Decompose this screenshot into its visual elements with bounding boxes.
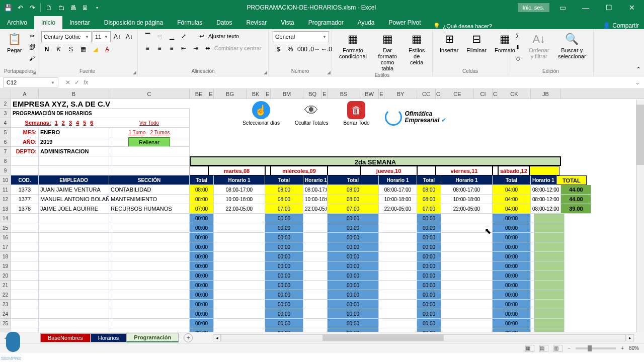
cell[interactable]	[39, 328, 109, 332]
open-icon[interactable]: 🗀	[57, 4, 65, 12]
cell[interactable]	[441, 214, 493, 223]
cell[interactable]: 00:00	[417, 233, 441, 242]
align-top-icon[interactable]: ▔	[142, 31, 153, 41]
row-header[interactable]: 3	[0, 109, 11, 118]
col-header[interactable]: BW	[360, 89, 379, 99]
cell[interactable]	[109, 328, 190, 332]
cell[interactable]	[379, 242, 417, 252]
cell[interactable]	[493, 166, 498, 175]
shrink-font-icon[interactable]: A↓	[124, 32, 135, 42]
zoom-level[interactable]: 80%	[629, 345, 639, 351]
cell[interactable]: 00:00	[417, 328, 441, 332]
close-icon[interactable]: ✕	[622, 0, 642, 15]
row-header[interactable]: 9	[0, 166, 11, 175]
cell[interactable]	[441, 328, 493, 332]
cell[interactable]	[303, 252, 328, 261]
cell[interactable]: 08:00	[265, 185, 303, 195]
cell[interactable]	[531, 309, 534, 319]
qat-more-icon[interactable]: ▾	[93, 4, 101, 12]
cell[interactable]	[531, 242, 534, 252]
row-header[interactable]: 20	[0, 271, 11, 281]
cell[interactable]: viernes,11	[436, 166, 493, 175]
orientation-icon[interactable]: ⤢	[178, 31, 189, 41]
col-header[interactable]: BG	[214, 89, 247, 99]
cell[interactable]	[534, 309, 565, 319]
cell[interactable]: 08:00	[265, 195, 303, 204]
cell[interactable]	[214, 271, 265, 281]
row-header[interactable]: 24	[0, 309, 11, 319]
cell[interactable]: 07:00	[328, 204, 379, 214]
grow-font-icon[interactable]: A↑	[112, 32, 123, 42]
font-size-combo[interactable]: 11▼	[93, 31, 111, 42]
cell[interactable]: 00:00	[417, 290, 441, 300]
tell-me[interactable]: 💡¿Qué desea hacer?	[433, 23, 492, 29]
cell[interactable]	[109, 109, 190, 118]
cell[interactable]	[303, 328, 328, 332]
cell[interactable]: 00:00	[493, 252, 531, 261]
cell[interactable]: 00:00	[328, 300, 379, 309]
row-header[interactable]: 4	[0, 118, 11, 128]
cell[interactable]	[534, 271, 565, 281]
cell[interactable]	[109, 156, 190, 166]
cell[interactable]	[379, 300, 417, 309]
cell[interactable]: 08:00	[190, 185, 214, 195]
col-header[interactable]: CC	[417, 89, 436, 99]
cell[interactable]: 00:00	[265, 281, 303, 290]
row-header[interactable]: 25	[0, 319, 11, 328]
cell[interactable]	[441, 223, 493, 233]
cell[interactable]: AÑO:	[11, 137, 39, 147]
tab-powerpivot[interactable]: Power Pivot	[382, 16, 428, 29]
cell[interactable]: 44.00	[561, 195, 591, 204]
cell[interactable]: 00:00	[328, 309, 379, 319]
cell[interactable]: JUAN JAIME VENTURA	[39, 185, 109, 195]
cell[interactable]	[441, 309, 493, 319]
cell[interactable]	[190, 166, 208, 175]
cell[interactable]: 1378	[11, 204, 39, 214]
cell[interactable]: Horario 1	[303, 175, 328, 185]
cell[interactable]: 00:00	[417, 242, 441, 252]
cell[interactable]	[379, 290, 417, 300]
col-header[interactable]: E	[265, 89, 271, 99]
cell[interactable]: 00:00	[190, 328, 214, 332]
cell[interactable]	[531, 319, 534, 328]
row-header[interactable]: 6	[0, 137, 11, 147]
cell[interactable]	[11, 300, 39, 309]
cell[interactable]	[39, 166, 109, 175]
tab-ayuda[interactable]: Ayuda	[351, 16, 382, 29]
cell[interactable]	[214, 290, 265, 300]
cell[interactable]	[11, 156, 39, 166]
zoom-slider[interactable]	[576, 347, 616, 349]
cell[interactable]: 08:00	[417, 195, 441, 204]
cell[interactable]	[303, 261, 328, 271]
cell[interactable]	[214, 319, 265, 328]
share-button[interactable]: 👤Compartir	[603, 22, 639, 29]
cell[interactable]	[214, 223, 265, 233]
cell[interactable]	[109, 261, 190, 271]
tab-formulas[interactable]: Fórmulas	[170, 16, 209, 29]
align-middle-icon[interactable]: ═	[154, 31, 165, 41]
cell[interactable]: 08:00-17:00	[441, 185, 493, 195]
cell[interactable]: 00:00	[328, 214, 379, 223]
sheet-tab-basenombres[interactable]: BaseNombres	[40, 333, 91, 342]
col-header[interactable]: BK	[247, 89, 265, 99]
number-format-combo[interactable]: General▼	[273, 31, 329, 42]
cell[interactable]: 00:00	[493, 242, 531, 252]
cell[interactable]: 00:00	[265, 233, 303, 242]
cell[interactable]: 22:00-05:00	[441, 204, 493, 214]
cell[interactable]: 04:00	[493, 195, 531, 204]
cell[interactable]	[303, 233, 328, 242]
normal-view-icon[interactable]: ▦	[525, 345, 534, 352]
cell[interactable]	[11, 271, 39, 281]
tab-insertar[interactable]: Insertar	[62, 16, 97, 29]
cell[interactable]: 00:00	[190, 214, 214, 223]
redo-icon[interactable]: ↷	[28, 4, 36, 12]
cell[interactable]: 1377	[11, 195, 39, 204]
cell[interactable]	[534, 261, 565, 271]
cell[interactable]	[109, 290, 190, 300]
cell[interactable]: Total	[417, 175, 441, 185]
cell[interactable]: Total	[190, 175, 214, 185]
row-header[interactable]: 15	[0, 223, 11, 233]
cell[interactable]	[11, 281, 39, 290]
signin-button[interactable]: Inic. ses.	[518, 3, 549, 12]
select-all-corner[interactable]	[0, 89, 11, 99]
